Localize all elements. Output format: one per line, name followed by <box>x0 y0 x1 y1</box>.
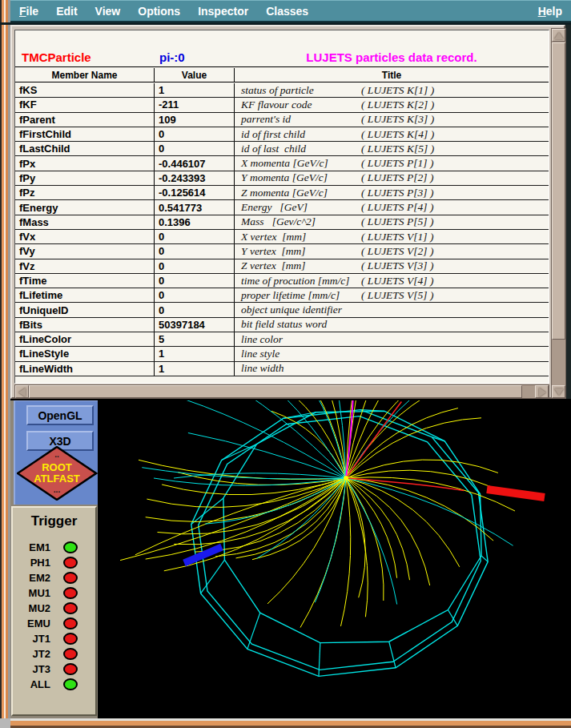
value-cell: 0 <box>155 127 235 141</box>
root-object-inspector-window: FileEditViewOptionsInspectorClasses Help… <box>0 0 571 728</box>
title-cell: Mass [Gev/c^2]( LUJETS P[5] ) <box>235 215 549 228</box>
trigger-panel: Trigger EM1PH1EM2MU1MU2EMUJT1JT2JT3ALL <box>11 506 97 716</box>
member-name-cell[interactable]: fFirstChild <box>15 127 155 141</box>
detector-ring <box>199 416 481 670</box>
interaction-vertex <box>344 476 348 481</box>
title-cell: Z vertex [mm]( LUJETS V[3] ) <box>235 259 549 272</box>
member-name-cell[interactable]: fEnergy <box>15 200 155 214</box>
member-name-cell[interactable]: fPz <box>15 186 155 199</box>
table-row-fPx: fPx-0.446107X momenta [GeV/c]( LUJETS P[… <box>15 156 549 171</box>
table-row-fLastChild: fLastChild0id of last child( LUJETS K[5]… <box>15 142 549 156</box>
title-cell: line style <box>235 348 549 360</box>
particle-track <box>346 460 498 478</box>
member-name-cell[interactable]: fParent <box>15 113 155 127</box>
member-name-cell[interactable]: fLifetime <box>15 288 155 302</box>
trigger-led-off <box>63 648 78 660</box>
scroll-down-button[interactable] <box>552 385 565 398</box>
arrow-right-icon <box>539 388 546 397</box>
member-name-cell[interactable]: fVz <box>15 259 155 273</box>
scroll-left-button[interactable] <box>15 385 29 398</box>
horizontal-scrollbar[interactable] <box>14 384 549 399</box>
member-name-cell[interactable]: fPx <box>15 156 155 170</box>
scroll-right-button[interactable] <box>535 385 549 398</box>
root-atlfast-diamond-button[interactable]: .. ROOT ATLFAST ... <box>17 446 98 501</box>
event-display[interactable] <box>98 400 571 718</box>
particle-track <box>215 478 346 557</box>
member-name-cell[interactable]: fLineStyle <box>15 347 155 360</box>
event-display-canvas[interactable] <box>98 400 571 718</box>
opengl-button[interactable]: OpenGL <box>26 405 94 425</box>
menu-item-options[interactable]: Options <box>129 5 189 18</box>
menu-item-help[interactable]: Help <box>529 5 571 18</box>
table-row-fUniqueID: fUniqueID0object unique identifier <box>15 303 549 317</box>
trigger-title: Trigger <box>13 513 95 529</box>
trigger-item-jt1: JT1 <box>13 631 95 646</box>
trigger-led-off <box>63 663 78 675</box>
vertical-scrollbar[interactable] <box>551 28 566 399</box>
table-row-fLineColor: fLineColor5line color <box>15 332 549 347</box>
table-row-fPz: fPz-0.125614Z momenta [GeV/c]( LUJETS P[… <box>15 186 549 200</box>
trigger-label: JT1 <box>13 633 50 645</box>
scroll-up-button[interactable] <box>552 29 565 42</box>
menu-item-edit[interactable]: Edit <box>47 5 86 18</box>
title-cell: Energy [GeV]( LUJETS P[4] ) <box>235 201 549 214</box>
value-cell: 0 <box>155 142 235 155</box>
trigger-label: JT3 <box>13 663 50 675</box>
menu-item-view[interactable]: View <box>86 5 130 18</box>
menu-item-inspector[interactable]: Inspector <box>189 5 257 18</box>
member-name-cell[interactable]: fPy <box>15 171 155 185</box>
menu-item-classes[interactable]: Classes <box>257 5 317 18</box>
value-cell: 0 <box>155 230 235 243</box>
particle-track <box>139 460 346 479</box>
member-name-cell[interactable]: fMass <box>15 215 155 229</box>
member-name-cell[interactable]: fBits <box>15 318 155 332</box>
member-name-cell[interactable]: fTime <box>15 274 155 288</box>
member-name-cell[interactable]: fLineWidth <box>15 362 155 376</box>
title-cell: Z momenta [GeV/c]( LUJETS P[3] ) <box>235 187 549 199</box>
inspector-panel: TMCParticle pi-:0 LUJETS particles data … <box>10 25 565 399</box>
menu-item-file[interactable]: File <box>10 5 47 18</box>
member-name-cell[interactable]: fLastChild <box>15 142 155 155</box>
trigger-label: MU1 <box>13 587 50 599</box>
member-name-cell[interactable]: fUniqueID <box>15 303 155 316</box>
detector-spoke <box>319 643 320 677</box>
title-cell: parrent's id( LUJETS K[3] ) <box>235 113 549 126</box>
trigger-label: ALL <box>13 678 50 690</box>
particle-track <box>346 478 493 541</box>
trigger-label: MU2 <box>13 602 50 614</box>
window-right-frame[interactable] <box>565 25 571 399</box>
window-left-frame[interactable] <box>0 0 10 728</box>
vertical-scrollbar-thumb[interactable] <box>552 42 565 340</box>
member-name-cell[interactable]: fVy <box>15 244 155 258</box>
trigger-led-on <box>63 541 78 553</box>
table-row-fParent: fParent109parrent's id( LUJETS K[3] ) <box>15 113 549 127</box>
member-name-cell[interactable]: fKS <box>15 83 155 97</box>
trigger-led-off <box>63 617 78 629</box>
trigger-item-jt3: JT3 <box>13 662 95 677</box>
table-row-fFirstChild: fFirstChild0id of first child( LUJETS K[… <box>15 127 549 142</box>
value-cell: 50397184 <box>155 318 235 332</box>
window-corner-handle[interactable] <box>0 718 10 728</box>
value-cell: -211 <box>155 98 235 111</box>
value-cell: 5 <box>155 332 235 346</box>
horizontal-scrollbar-thumb[interactable] <box>29 385 522 398</box>
value-cell: 1 <box>155 83 235 97</box>
value-cell: 1 <box>155 347 235 360</box>
member-name-cell[interactable]: fKF <box>15 98 155 111</box>
table-row-fVx: fVx0X vertex [mm]( LUJETS V[1] ) <box>15 230 549 244</box>
value-cell: 0 <box>155 288 235 302</box>
table-rows: fKS1status of particle( LUJETS K[1] )fKF… <box>15 83 549 383</box>
arrow-left-icon <box>18 388 26 397</box>
table-row-fLifetime: fLifetime0proper lifetime [mm/c]( LUJETS… <box>15 288 549 303</box>
value-cell: -0.446107 <box>155 156 235 170</box>
member-name-cell[interactable]: fVx <box>15 230 155 243</box>
value-cell: 1 <box>155 362 235 376</box>
trigger-item-mu1: MU1 <box>13 585 95 601</box>
arrow-down-icon <box>554 388 564 396</box>
particle-track <box>346 408 458 478</box>
value-cell: 0 <box>155 303 235 316</box>
member-name-cell[interactable]: fLineColor <box>15 332 155 346</box>
table-row-fLineStyle: fLineStyle1line style <box>15 347 549 361</box>
particle-track <box>346 478 397 578</box>
table-row-fVy: fVy0Y vertex [mm]( LUJETS V[2] ) <box>15 244 549 259</box>
